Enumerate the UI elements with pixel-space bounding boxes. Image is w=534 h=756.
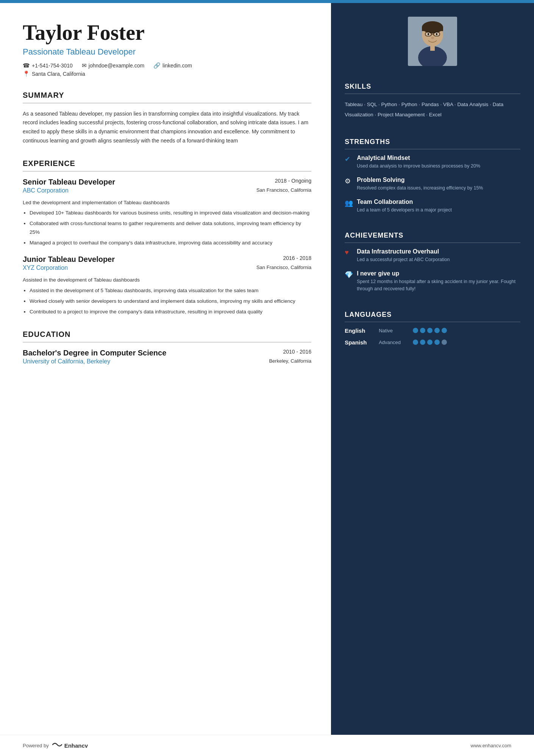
exp-desc-2: Assisted in the development of Tableau d…: [23, 276, 311, 284]
bullet-item: Developed 10+ Tableau dashboards for var…: [30, 209, 311, 218]
contact-row-2: 📍 Santa Clara, California: [23, 70, 311, 77]
left-column: Taylor Foster Passionate Tableau Develop…: [0, 3, 331, 735]
languages-section: LANGUAGES English Native Spanish Advance…: [331, 303, 534, 346]
experience-entry-1: Senior Tableau Developer 2018 - Ongoing …: [23, 178, 311, 247]
exp-title-1: Senior Tableau Developer: [23, 178, 115, 186]
exp-meta-2: XYZ Corporation San Francisco, Californi…: [23, 265, 311, 272]
achievement-name-1: Data Infrastructure Overhaul: [357, 248, 450, 255]
language-row-1: English Native: [345, 327, 520, 334]
languages-title: LANGUAGES: [345, 311, 520, 322]
phone-icon: ☎: [23, 62, 30, 69]
linkedin-icon: 🔗: [153, 62, 161, 69]
edu-header-1: Bachelor's Degree in Computer Science 20…: [23, 349, 311, 357]
exp-location-1: San Francisco, California: [256, 187, 311, 195]
exp-bullets-2: Assisted in the development of 5 Tableau…: [23, 286, 311, 316]
strength-name-3: Team Collaboration: [357, 199, 452, 205]
dot-filled: [442, 328, 447, 333]
contact-row-1: ☎ +1-541-754-3010 ✉ johndoe@example.com …: [23, 62, 311, 69]
linkedin-url: linkedin.com: [162, 63, 192, 69]
experience-entry-2: Junior Tableau Developer 2016 - 2018 XYZ…: [23, 255, 311, 316]
exp-dates-2: 2016 - 2018: [283, 255, 311, 261]
top-bar: [0, 0, 534, 3]
summary-text: As a seasoned Tableau developer, my pass…: [23, 110, 311, 146]
achievement-name-2: I never give up: [357, 270, 520, 277]
location-icon: 📍: [23, 70, 30, 77]
edu-meta-1: University of California, Berkeley Berke…: [23, 358, 311, 365]
header: Taylor Foster Passionate Tableau Develop…: [23, 21, 311, 77]
brand-name: Enhancv: [64, 742, 88, 749]
dot-filled: [413, 340, 418, 345]
exp-desc-1: Led the development and implementation o…: [23, 199, 311, 207]
exp-header-2: Junior Tableau Developer 2016 - 2018: [23, 255, 311, 264]
dot-filled: [413, 328, 418, 333]
svg-point-6: [428, 33, 429, 35]
achievement-desc-1: Led a successful project at ABC Corporat…: [357, 256, 450, 263]
exp-bullets-1: Developed 10+ Tableau dashboards for var…: [23, 209, 311, 247]
linkedin-contact: 🔗 linkedin.com: [153, 62, 192, 69]
location-contact: 📍 Santa Clara, California: [23, 70, 85, 77]
heart-icon: ♥: [345, 249, 353, 257]
exp-title-2: Junior Tableau Developer: [23, 255, 115, 264]
strength-item-1: ✔ Analytical Mindset Used data analysis …: [345, 155, 520, 170]
strengths-title: STRENGTHS: [345, 138, 520, 149]
language-name-2: Spanish: [345, 339, 379, 346]
achievements-title: ACHIEVEMENTS: [345, 232, 520, 243]
experience-title: EXPERIENCE: [23, 159, 311, 172]
bullet-item: Collaborated with cross-functional teams…: [30, 219, 311, 237]
email-address: johndoe@example.com: [89, 63, 144, 69]
language-row-2: Spanish Advanced: [345, 339, 520, 346]
strength-content-2: Problem Solving Resolved complex data is…: [357, 177, 483, 192]
svg-rect-13: [430, 45, 435, 51]
logo-icon: [52, 741, 62, 750]
strength-content-3: Team Collaboration Led a team of 5 devel…: [357, 199, 452, 214]
skills-title: SKILLS: [345, 83, 520, 94]
strength-name-2: Problem Solving: [357, 177, 483, 183]
bullet-item: Worked closely with senior developers to…: [30, 297, 311, 306]
footer: Powered by Enhancv www.enhancv.com: [0, 735, 534, 756]
exp-company-1: ABC Corporation: [23, 187, 69, 194]
achievement-desc-2: Spent 12 months in hospital after a skii…: [357, 278, 520, 293]
profile-photo: [408, 17, 457, 66]
candidate-title: Passionate Tableau Developer: [23, 47, 311, 57]
education-entry-1: Bachelor's Degree in Computer Science 20…: [23, 349, 311, 365]
exp-location-2: San Francisco, California: [256, 265, 311, 272]
checkmark-icon: ✔: [345, 155, 353, 163]
location-text: Santa Clara, California: [32, 71, 85, 77]
experience-section: EXPERIENCE Senior Tableau Developer 2018…: [23, 159, 311, 316]
diamond-icon: 💎: [345, 271, 353, 279]
exp-header-1: Senior Tableau Developer 2018 - Ongoing: [23, 178, 311, 186]
enhancv-logo: Enhancv: [52, 741, 88, 750]
strengths-section: STRENGTHS ✔ Analytical Mindset Used data…: [331, 130, 534, 213]
language-name-1: English: [345, 327, 379, 334]
right-column: SKILLS Tableau · SQL · Python · Python ·…: [331, 3, 534, 735]
dot-empty: [442, 340, 447, 345]
bullet-item: Managed a project to overhaul the compan…: [30, 239, 311, 247]
email-icon: ✉: [82, 62, 87, 69]
dot-filled: [434, 328, 440, 333]
achievements-section: ACHIEVEMENTS ♥ Data Infrastructure Overh…: [331, 224, 534, 292]
footer-left: Powered by Enhancv: [23, 741, 88, 750]
dot-filled: [427, 328, 433, 333]
skills-section: SKILLS Tableau · SQL · Python · Python ·…: [331, 75, 534, 120]
dot-filled: [420, 328, 425, 333]
achievement-content-1: Data Infrastructure Overhaul Led a succe…: [357, 248, 450, 263]
edu-location-1: Berkeley, California: [269, 358, 311, 365]
exp-dates-1: 2018 - Ongoing: [275, 178, 312, 184]
achievement-content-2: I never give up Spent 12 months in hospi…: [357, 270, 520, 293]
strength-desc-1: Used data analysis to improve business p…: [357, 163, 480, 170]
powered-by-label: Powered by: [23, 743, 49, 748]
summary-title: SUMMARY: [23, 91, 311, 103]
phone-number: +1-541-754-3010: [32, 63, 73, 69]
bullet-item: Contributed to a project to improve the …: [30, 308, 311, 316]
strength-name-1: Analytical Mindset: [357, 155, 480, 161]
summary-section: SUMMARY As a seasoned Tableau developer,…: [23, 91, 311, 146]
photo-area: [331, 3, 534, 75]
dot-filled: [427, 340, 433, 345]
exp-company-2: XYZ Corporation: [23, 265, 68, 271]
bullet-item: Assisted in the development of 5 Tableau…: [30, 286, 311, 295]
dot-filled: [434, 340, 440, 345]
language-level-1: Native: [379, 328, 413, 333]
candidate-name: Taylor Foster: [23, 21, 311, 45]
phone-contact: ☎ +1-541-754-3010: [23, 62, 73, 69]
strength-item-2: ⚙ Problem Solving Resolved complex data …: [345, 177, 520, 192]
